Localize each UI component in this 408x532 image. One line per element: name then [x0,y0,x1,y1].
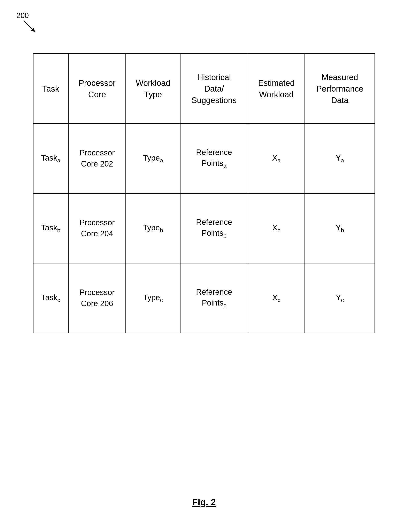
arrow-container [22,18,38,35]
task-b: Taskb [33,194,68,263]
reference-points-b: ReferencePointsb [180,194,248,263]
type-b: Typeb [126,194,180,263]
header-processor-core: ProcessorCore [68,54,126,124]
figure-caption: Fig. 2 [192,497,216,507]
core-204: ProcessorCore 204 [68,194,126,263]
type-c: Typec [126,263,180,333]
header-row: Task ProcessorCore WorkloadType Historic… [33,54,375,124]
figure-caption-section: Fig. 2 [0,497,408,507]
type-a: Typea [126,124,180,194]
arrow-icon [22,18,38,35]
y-c: Yc [305,263,375,333]
x-c: Xc [248,263,305,333]
y-a: Ya [305,124,375,194]
x-a: Xa [248,124,305,194]
reference-points-a: ReferencePointsa [180,124,248,194]
table-row: Taskc ProcessorCore 206 Typec ReferenceP… [33,263,375,333]
task-a: Taska [33,124,68,194]
header-estimated-workload: EstimatedWorkload [248,54,305,124]
header-workload-type: WorkloadType [126,54,180,124]
header-task: Task [33,54,68,124]
table-row: Taska ProcessorCore 202 Typea ReferenceP… [33,124,375,194]
x-b: Xb [248,194,305,263]
header-measured-performance: MeasuredPerformanceData [305,54,375,124]
reference-points-c: ReferencePointsc [180,263,248,333]
table-row: Taskb ProcessorCore 204 Typeb ReferenceP… [33,194,375,263]
data-table: Task ProcessorCore WorkloadType Historic… [33,53,375,333]
page-container: 200 Task ProcessorCore WorkloadType Hist… [0,0,408,532]
y-b: Yb [305,194,375,263]
header-historical-data: HistoricalData/Suggestions [180,54,248,124]
task-c: Taskc [33,263,68,333]
core-202: ProcessorCore 202 [68,124,126,194]
core-206: ProcessorCore 206 [68,263,126,333]
table-section: Task ProcessorCore WorkloadType Historic… [33,53,375,333]
